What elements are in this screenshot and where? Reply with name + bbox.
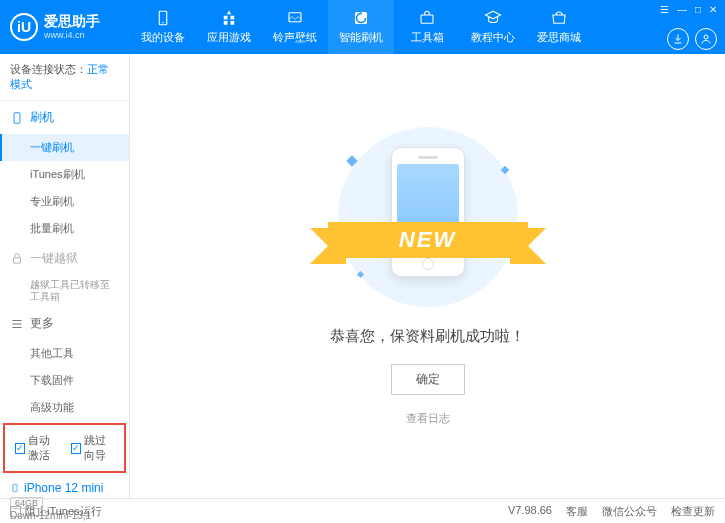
connection-status: 设备连接状态：正常模式 (0, 54, 129, 101)
sidebar-head-jailbreak: 一键越狱 (0, 242, 129, 275)
wallpaper-icon (286, 9, 304, 27)
wechat-link[interactable]: 微信公众号 (602, 504, 657, 519)
tab-apps[interactable]: 应用游戏 (196, 0, 262, 54)
list-icon (10, 317, 24, 331)
jailbreak-note: 越狱工具已转移至工具箱 (0, 275, 129, 307)
svg-rect-6 (14, 112, 20, 123)
tab-tutorials[interactable]: 教程中心 (460, 0, 526, 54)
phone-icon (10, 111, 24, 125)
block-itunes-label: 阻止iTunes运行 (25, 504, 102, 519)
lock-icon (10, 252, 24, 266)
device-name[interactable]: iPhone 12 mini (10, 481, 119, 495)
ok-button[interactable]: 确定 (391, 364, 465, 395)
version-label: V7.98.66 (508, 504, 552, 519)
options-highlighted: ✓自动激活 ✓跳过向导 (3, 423, 126, 473)
sidebar-head-flash[interactable]: 刷机 (0, 101, 129, 134)
sidebar-item-oneclick-flash[interactable]: 一键刷机 (0, 134, 129, 161)
maximize-icon[interactable]: □ (695, 4, 701, 15)
minimize-icon[interactable]: — (677, 4, 687, 15)
new-ribbon: NEW (328, 222, 528, 258)
logo-area: iU 爱思助手 www.i4.cn (0, 13, 130, 41)
app-title: 爱思助手 (44, 14, 100, 29)
store-icon (550, 9, 568, 27)
sidebar-item-advanced[interactable]: 高级功能 (0, 394, 129, 421)
sidebar-head-more[interactable]: 更多 (0, 307, 129, 340)
menu-icon[interactable]: ☰ (660, 4, 669, 15)
phone-icon (10, 481, 20, 495)
success-illustration: NEW (318, 127, 538, 307)
success-message: 恭喜您，保资料刷机成功啦！ (330, 327, 525, 346)
tab-my-device[interactable]: 我的设备 (130, 0, 196, 54)
app-url: www.i4.cn (44, 30, 100, 40)
tab-toolbox[interactable]: 工具箱 (394, 0, 460, 54)
sidebar-item-download-fw[interactable]: 下载固件 (0, 367, 129, 394)
close-icon[interactable]: ✕ (709, 4, 717, 15)
checkbox-block-itunes[interactable] (10, 506, 21, 517)
checkbox-skip-guide[interactable]: ✓跳过向导 (71, 433, 115, 463)
sidebar-item-other-tools[interactable]: 其他工具 (0, 340, 129, 367)
sidebar-item-pro-flash[interactable]: 专业刷机 (0, 188, 129, 215)
sidebar-item-itunes-flash[interactable]: iTunes刷机 (0, 161, 129, 188)
device-icon (154, 9, 172, 27)
svg-rect-8 (13, 484, 17, 492)
sidebar-item-batch-flash[interactable]: 批量刷机 (0, 215, 129, 242)
tab-store[interactable]: 爱思商城 (526, 0, 592, 54)
svg-rect-7 (14, 257, 21, 262)
download-icon[interactable] (667, 28, 689, 50)
flash-icon (352, 9, 370, 27)
tab-flash[interactable]: 智能刷机 (328, 0, 394, 54)
app-header: iU 爱思助手 www.i4.cn 我的设备 应用游戏 铃声壁纸 智能刷机 工具… (0, 0, 725, 54)
sidebar: 设备连接状态：正常模式 刷机 一键刷机 iTunes刷机 专业刷机 批量刷机 一… (0, 54, 130, 498)
svg-point-5 (704, 35, 708, 39)
logo-icon: iU (10, 13, 38, 41)
tab-ringtones[interactable]: 铃声壁纸 (262, 0, 328, 54)
user-icon[interactable] (695, 28, 717, 50)
toolbox-icon (418, 9, 436, 27)
svg-rect-4 (421, 15, 433, 23)
window-controls: ☰ — □ ✕ (660, 4, 717, 15)
svg-point-1 (162, 22, 164, 24)
nav-tabs: 我的设备 应用游戏 铃声壁纸 智能刷机 工具箱 教程中心 爱思商城 (130, 0, 592, 54)
tutorial-icon (484, 9, 502, 27)
main-content: NEW 恭喜您，保资料刷机成功啦！ 确定 查看日志 (130, 54, 725, 498)
checkbox-auto-activate[interactable]: ✓自动激活 (15, 433, 59, 463)
check-update-link[interactable]: 检查更新 (671, 504, 715, 519)
customer-service-link[interactable]: 客服 (566, 504, 588, 519)
view-log-link[interactable]: 查看日志 (406, 411, 450, 426)
apps-icon (220, 9, 238, 27)
